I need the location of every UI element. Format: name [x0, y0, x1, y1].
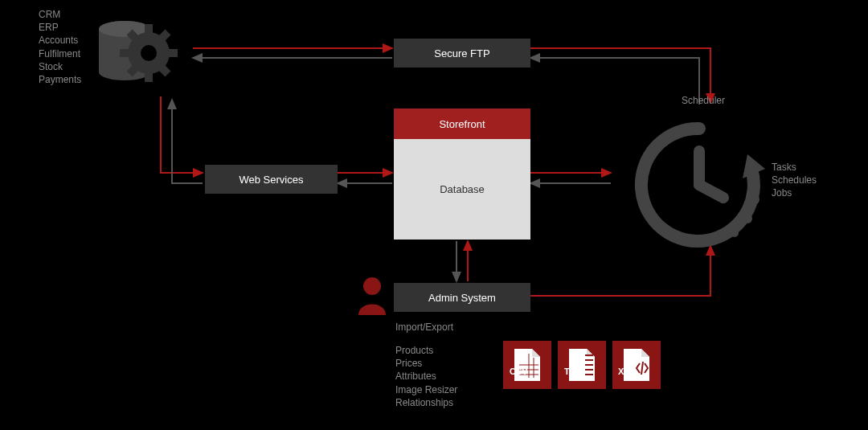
svg-point-27: [748, 194, 760, 205]
admin-system-node: Admin System: [394, 283, 530, 312]
csv-badge: [503, 341, 551, 389]
list-item: Schedules: [772, 174, 817, 186]
database-node: Database: [394, 139, 530, 240]
node-label: Storefront: [439, 118, 485, 130]
user-icon: [355, 275, 389, 317]
storefront-node: Storefront: [394, 109, 530, 139]
import-export-heading: Import/Export: [395, 321, 453, 333]
list-item: Jobs: [772, 186, 817, 199]
list-item: Prices: [395, 357, 457, 370]
tab-badge: [558, 341, 606, 389]
external-systems-list: CRM ERP Accounts Fulfilment Stock Paymen…: [39, 8, 81, 86]
list-item: CRM: [39, 8, 81, 21]
list-item: ERP: [39, 21, 81, 34]
scheduler-icon: [627, 113, 772, 252]
web-services-node: Web Services: [205, 165, 338, 194]
list-item: Tasks: [772, 161, 817, 174]
list-item: Products: [395, 344, 457, 357]
list-item: Accounts: [39, 34, 81, 47]
list-item: Fulfilment: [39, 47, 81, 60]
tab-label: TAB: [564, 367, 582, 376]
svg-rect-19: [120, 49, 131, 57]
svg-rect-17: [145, 24, 153, 35]
list-item: Attributes: [395, 370, 457, 383]
svg-line-31: [699, 185, 723, 198]
secure-ftp-node: Secure FTP: [394, 39, 530, 68]
external-systems-icon: [92, 14, 189, 105]
xml-badge: [612, 341, 661, 389]
svg-point-29: [731, 229, 739, 237]
svg-point-26: [363, 277, 381, 295]
list-item: Image Resizer: [395, 383, 457, 396]
svg-point-25: [141, 45, 157, 61]
svg-point-28: [743, 214, 752, 223]
scheduler-label: Scheduler: [682, 95, 725, 106]
svg-rect-18: [145, 71, 153, 82]
node-label: Secure FTP: [434, 47, 489, 59]
node-label: Database: [440, 183, 485, 195]
csv-label: CSV: [510, 367, 528, 376]
scheduler-items: Tasks Schedules Jobs: [772, 161, 817, 200]
list-item: Relationships: [395, 396, 457, 409]
node-label: Web Services: [240, 174, 304, 186]
xml-label: XML: [618, 367, 637, 376]
list-item: Payments: [39, 73, 81, 86]
list-item: Stock: [39, 60, 81, 73]
import-export-list: Products Prices Attributes Image Resizer…: [395, 344, 457, 409]
node-label: Admin System: [428, 292, 496, 304]
svg-rect-20: [166, 49, 178, 57]
